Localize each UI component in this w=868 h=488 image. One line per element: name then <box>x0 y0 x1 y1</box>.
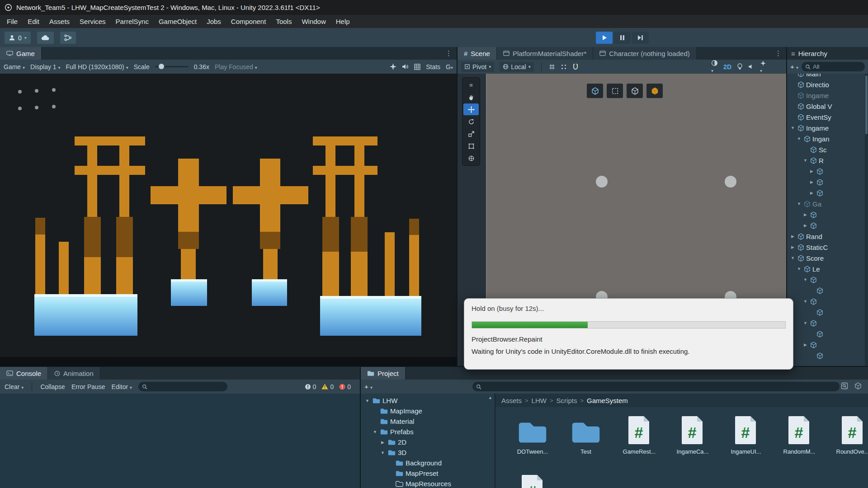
hierarchy-item[interactable]: Ingame <box>787 90 868 101</box>
rect-tool[interactable] <box>463 140 479 152</box>
expand-arrow-icon[interactable]: ▼ <box>380 450 386 455</box>
version-control-button[interactable] <box>60 32 76 44</box>
scene-tab-2[interactable]: PlatformMaterialShader* <box>497 47 593 60</box>
expand-arrow-icon[interactable]: ▼ <box>802 321 808 325</box>
console-search-input[interactable] <box>138 382 227 391</box>
hierarchy-item[interactable]: ▼Ingame <box>787 122 868 133</box>
info-count[interactable]: 0 <box>305 383 316 390</box>
menu-item-tools[interactable]: Tools <box>271 16 297 27</box>
menu-item-file[interactable]: File <box>2 16 23 27</box>
expand-arrow-icon[interactable]: ▼ <box>372 430 378 434</box>
tab-animation[interactable]: Animation <box>48 367 100 380</box>
expand-arrow-icon[interactable]: ▼ <box>796 136 802 141</box>
grid-snap-dropdown[interactable] <box>549 64 555 70</box>
gizmo-button-1[interactable] <box>587 84 603 98</box>
gizmo-button-2[interactable] <box>607 84 623 98</box>
project-file[interactable]: #RandomM... <box>773 413 826 488</box>
project-file[interactable]: #GameRest... <box>613 413 666 488</box>
hierarchy-item[interactable]: Global V <box>787 101 868 112</box>
scene-audio-icon[interactable] <box>748 64 755 70</box>
display-dropdown[interactable]: Display 1 ▾ <box>30 63 61 70</box>
pivot-dropdown[interactable]: Pivot▾ <box>461 62 494 72</box>
breadcrumb-item[interactable]: Scripts <box>557 397 577 404</box>
snap-magnet-dropdown[interactable] <box>572 64 579 70</box>
expand-arrow-icon[interactable]: ▶ <box>809 191 815 195</box>
2d-toggle[interactable]: 2D <box>723 63 731 70</box>
clear-button[interactable]: Clear ▾ <box>5 383 24 390</box>
shading-mode-dropdown[interactable]: ▾ <box>711 60 718 74</box>
gizmo-button-4[interactable] <box>646 84 663 98</box>
hierarchy-item[interactable] <box>787 307 868 318</box>
mute-audio-icon[interactable] <box>402 64 409 70</box>
account-button[interactable]: 0 ▾ <box>5 32 31 44</box>
expand-arrow-icon[interactable]: ▼ <box>790 256 796 260</box>
hierarchy-item[interactable]: ▶ <box>787 177 868 188</box>
expand-arrow-icon[interactable]: ▼ <box>796 202 802 206</box>
hand-tool[interactable] <box>463 91 479 103</box>
stats-button[interactable]: Stats <box>426 63 440 70</box>
error-count[interactable]: 0 <box>339 383 351 390</box>
error-pause-button[interactable]: Error Pause <box>71 383 105 390</box>
hierarchy-item[interactable]: ▶ <box>787 188 868 198</box>
scale-slider[interactable] <box>155 66 189 67</box>
rotate-tool[interactable] <box>463 116 479 127</box>
hierarchy-item[interactable]: ▶Rand <box>787 231 868 242</box>
scale-tool[interactable] <box>463 128 479 140</box>
expand-arrow-icon[interactable]: ▼ <box>790 126 796 130</box>
collapse-button[interactable]: Collapse <box>40 383 65 390</box>
expand-arrow-icon[interactable]: ▶ <box>790 245 796 249</box>
project-tree-item[interactable]: ▼LHW <box>361 395 495 406</box>
expand-arrow-icon[interactable]: ▶ <box>809 169 815 174</box>
hierarchy-item[interactable]: Sc <box>787 144 868 155</box>
menu-item-component[interactable]: Component <box>226 16 271 27</box>
expand-arrow-icon[interactable]: ▶ <box>802 223 808 228</box>
expand-arrow-icon[interactable]: ▼ <box>364 399 370 403</box>
project-file[interactable]: #RoundOve... <box>826 413 868 488</box>
hierarchy-item[interactable]: ▼ <box>787 296 868 307</box>
menu-item-services[interactable]: Services <box>75 16 111 27</box>
starburst-icon[interactable] <box>390 63 396 70</box>
expand-arrow-icon[interactable]: ▶ <box>802 343 808 347</box>
move-tool[interactable] <box>463 103 479 115</box>
pause-button[interactable] <box>614 32 631 44</box>
menu-item-jobs[interactable]: Jobs <box>202 16 226 27</box>
hierarchy-create-button[interactable]: + ▾ <box>790 63 798 70</box>
scale-slider-knob[interactable] <box>159 64 164 69</box>
menu-item-parrelsync[interactable]: ParrelSync <box>111 16 154 27</box>
palette-drag-handle[interactable]: ≡ <box>463 79 479 91</box>
gizmos-dropdown[interactable]: G▾ <box>446 63 453 70</box>
hierarchy-item[interactable]: ▼ <box>787 274 868 285</box>
expand-arrow-icon[interactable]: ▶ <box>790 234 796 239</box>
gizmo-sphere[interactable] <box>725 176 736 188</box>
hierarchy-item[interactable]: ▼Score <box>787 253 868 263</box>
project-tree-item[interactable]: Material <box>361 416 495 427</box>
project-tree-item[interactable]: Background <box>361 458 495 468</box>
tab-project[interactable]: Project <box>361 367 406 380</box>
hierarchy-item[interactable]: ▶ <box>787 220 868 231</box>
expand-arrow-icon[interactable]: ▼ <box>802 299 808 304</box>
hierarchy-item[interactable]: Directio <box>787 79 868 90</box>
hierarchy-item[interactable] <box>787 285 868 296</box>
scene-panel-menu-icon[interactable]: ⋮ <box>775 49 782 57</box>
expand-arrow-icon[interactable]: ▶ <box>380 440 386 445</box>
breadcrumb-item[interactable]: GameSystem <box>587 397 628 404</box>
step-button[interactable] <box>632 32 649 44</box>
expand-arrow-icon[interactable]: ▶ <box>802 212 808 217</box>
project-tree-item[interactable]: MapResources <box>361 479 495 488</box>
play-focused-dropdown[interactable]: Play Focused ▾ <box>215 63 257 70</box>
breadcrumb-item[interactable]: LHW <box>532 397 547 404</box>
project-tree-item[interactable]: ▼Prefabs <box>361 427 495 437</box>
tab-game[interactable]: Game <box>0 47 42 60</box>
editor-dropdown[interactable]: Editor ▾ <box>112 383 132 390</box>
project-file[interactable]: #IngameUI... <box>719 413 773 488</box>
hierarchy-item[interactable]: ▶ <box>787 166 868 177</box>
project-file[interactable]: Test <box>559 413 613 488</box>
play-button[interactable] <box>596 32 613 44</box>
project-tree-item[interactable]: MapPreset <box>361 468 495 479</box>
project-search-input[interactable] <box>472 382 840 391</box>
hierarchy-item[interactable]: ▼Ingan <box>787 133 868 144</box>
resolution-dropdown[interactable]: Full HD (868x488) ▾ <box>66 63 128 70</box>
project-tree-item[interactable]: MapImage <box>361 406 495 416</box>
gizmo-button-3[interactable] <box>627 84 643 98</box>
hierarchy-item[interactable]: Main <box>787 74 868 79</box>
